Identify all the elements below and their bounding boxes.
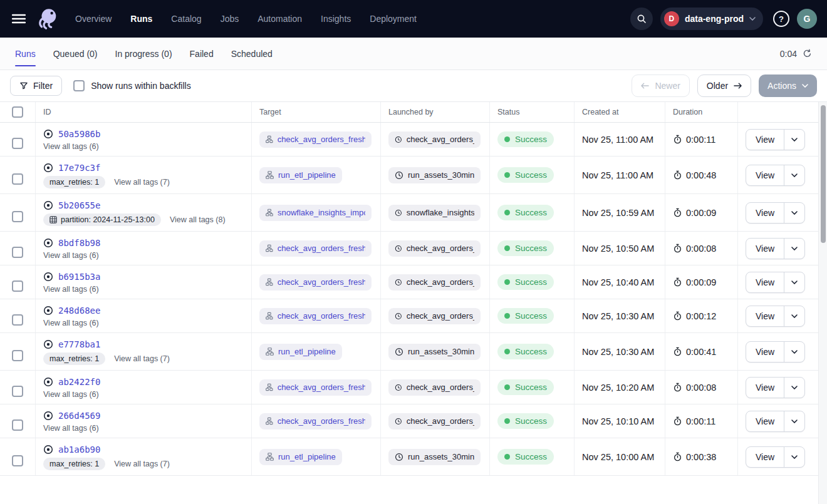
view-all-tags-link[interactable]: View all tags (7) bbox=[114, 354, 170, 363]
help-button[interactable]: ? bbox=[773, 11, 789, 27]
launched-by-pill[interactable]: check_avg_orders_f… bbox=[388, 274, 481, 291]
run-id-link[interactable]: ab2422f0 bbox=[58, 377, 100, 387]
scrollbar-track[interactable] bbox=[818, 102, 827, 504]
run-id-link[interactable]: 248d68ee bbox=[58, 306, 100, 316]
view-dropdown-button[interactable] bbox=[784, 130, 804, 150]
nav-deployment[interactable]: Deployment bbox=[370, 14, 417, 24]
view-dropdown-button[interactable] bbox=[784, 239, 804, 259]
nav-overview[interactable]: Overview bbox=[75, 14, 112, 24]
newer-button[interactable]: Newer bbox=[632, 75, 689, 97]
view-button[interactable]: View bbox=[746, 239, 784, 259]
row-checkbox[interactable] bbox=[12, 280, 23, 292]
target-pill[interactable]: check_avg_orders_freshne bbox=[259, 274, 372, 291]
run-id-link[interactable]: 5b20655e bbox=[58, 200, 100, 210]
view-button[interactable]: View bbox=[746, 378, 784, 398]
target-pill[interactable]: check_avg_orders_freshne bbox=[259, 379, 372, 396]
run-tag-pill[interactable]: max_retries: 1 bbox=[43, 352, 105, 365]
view-all-tags-link[interactable]: View all tags (6) bbox=[43, 285, 99, 294]
run-id-link[interactable]: ab1a6b90 bbox=[58, 445, 100, 455]
tab-in-progress[interactable]: In progress (0) bbox=[115, 38, 172, 69]
view-dropdown-button[interactable] bbox=[784, 342, 804, 362]
view-all-tags-link[interactable]: View all tags (6) bbox=[43, 142, 99, 151]
run-id-link[interactable]: 17e79c3f bbox=[58, 163, 100, 173]
select-all-checkbox[interactable] bbox=[12, 106, 23, 118]
backfills-checkbox[interactable] bbox=[73, 80, 85, 91]
refresh-icon[interactable] bbox=[803, 49, 812, 58]
run-id-link[interactable]: 8bdf8b98 bbox=[58, 238, 100, 248]
filter-button[interactable]: Filter bbox=[10, 76, 62, 96]
view-all-tags-link[interactable]: View all tags (6) bbox=[43, 251, 99, 260]
view-dropdown-button[interactable] bbox=[784, 411, 804, 431]
launched-by-pill[interactable]: run_assets_30min bbox=[388, 449, 481, 465]
run-id-link[interactable]: 266d4569 bbox=[58, 411, 100, 421]
view-all-tags-link[interactable]: View all tags (6) bbox=[43, 424, 99, 433]
view-dropdown-button[interactable] bbox=[784, 203, 804, 223]
view-all-tags-link[interactable]: View all tags (6) bbox=[43, 390, 99, 399]
launched-by-pill[interactable]: check_avg_orders_f… bbox=[388, 131, 481, 148]
row-checkbox[interactable] bbox=[12, 455, 23, 466]
row-checkbox[interactable] bbox=[12, 211, 23, 222]
row-checkbox[interactable] bbox=[12, 419, 23, 431]
view-button[interactable]: View bbox=[746, 272, 784, 292]
hamburger-menu-icon[interactable] bbox=[10, 10, 28, 28]
tab-scheduled[interactable]: Scheduled bbox=[231, 38, 273, 69]
view-all-tags-link[interactable]: View all tags (7) bbox=[114, 460, 170, 468]
target-pill[interactable]: check_avg_orders_freshne bbox=[259, 308, 372, 324]
dagster-logo-icon[interactable] bbox=[35, 6, 60, 31]
run-id-link[interactable]: 50a5986b bbox=[58, 129, 100, 139]
target-pill[interactable]: snowflake_insights_import bbox=[259, 205, 372, 221]
view-all-tags-link[interactable]: View all tags (7) bbox=[114, 178, 170, 187]
target-pill[interactable]: check_avg_orders_freshne bbox=[259, 240, 372, 257]
launched-by-pill[interactable]: check_avg_orders_f… bbox=[388, 413, 481, 429]
row-checkbox[interactable] bbox=[12, 314, 23, 326]
launched-by-pill[interactable]: snowflake_insights_… bbox=[388, 205, 481, 221]
tab-failed[interactable]: Failed bbox=[190, 38, 214, 69]
actions-button[interactable]: Actions bbox=[759, 75, 817, 97]
view-dropdown-button[interactable] bbox=[784, 165, 804, 185]
workspace-switcher[interactable]: D data-eng-prod bbox=[660, 8, 763, 30]
row-checkbox[interactable] bbox=[12, 247, 23, 258]
target-pill[interactable]: run_etl_pipeline bbox=[259, 449, 342, 465]
view-dropdown-button[interactable] bbox=[784, 306, 804, 326]
view-button[interactable]: View bbox=[746, 306, 784, 326]
run-tag-pill[interactable]: partition: 2024-11-25-13:00 bbox=[43, 213, 161, 226]
nav-catalog[interactable]: Catalog bbox=[171, 14, 201, 24]
view-button[interactable]: View bbox=[746, 165, 784, 185]
view-button[interactable]: View bbox=[746, 342, 784, 362]
row-checkbox[interactable] bbox=[12, 386, 23, 397]
target-pill[interactable]: check_avg_orders_freshne bbox=[259, 131, 372, 148]
view-dropdown-button[interactable] bbox=[784, 272, 804, 292]
launched-by-pill[interactable]: check_avg_orders_f… bbox=[388, 240, 481, 257]
row-checkbox[interactable] bbox=[12, 138, 23, 149]
run-id-link[interactable]: b6915b3a bbox=[58, 272, 100, 282]
launched-by-pill[interactable]: check_avg_orders_f… bbox=[388, 379, 481, 396]
target-pill[interactable]: run_etl_pipeline bbox=[259, 344, 342, 360]
nav-automation[interactable]: Automation bbox=[257, 14, 302, 24]
view-all-tags-link[interactable]: View all tags (8) bbox=[170, 215, 226, 224]
view-button[interactable]: View bbox=[746, 203, 784, 223]
launched-by-pill[interactable]: run_assets_30min bbox=[388, 344, 481, 360]
nav-insights[interactable]: Insights bbox=[321, 14, 351, 24]
nav-jobs[interactable]: Jobs bbox=[221, 14, 239, 24]
tab-queued[interactable]: Queued (0) bbox=[53, 38, 98, 69]
target-pill[interactable]: run_etl_pipeline bbox=[259, 167, 342, 183]
older-button[interactable]: Older bbox=[697, 75, 751, 97]
user-avatar[interactable]: G bbox=[797, 9, 817, 29]
view-dropdown-button[interactable] bbox=[784, 447, 804, 467]
view-all-tags-link[interactable]: View all tags (6) bbox=[43, 319, 99, 327]
launched-by-pill[interactable]: check_avg_orders_f… bbox=[388, 308, 481, 324]
search-button[interactable] bbox=[630, 8, 653, 30]
tab-runs[interactable]: Runs bbox=[15, 38, 36, 69]
run-tag-pill[interactable]: max_retries: 1 bbox=[43, 458, 105, 470]
target-pill[interactable]: check_avg_orders_freshne bbox=[259, 413, 372, 429]
scrollbar-thumb[interactable] bbox=[821, 105, 826, 243]
row-checkbox[interactable] bbox=[12, 173, 23, 185]
run-id-link[interactable]: e7778ba1 bbox=[58, 339, 100, 349]
view-button[interactable]: View bbox=[746, 411, 784, 431]
row-checkbox[interactable] bbox=[12, 350, 23, 361]
view-button[interactable]: View bbox=[746, 447, 784, 467]
view-dropdown-button[interactable] bbox=[784, 378, 804, 398]
nav-runs[interactable]: Runs bbox=[130, 14, 152, 24]
launched-by-pill[interactable]: run_assets_30min bbox=[388, 167, 481, 183]
run-tag-pill[interactable]: max_retries: 1 bbox=[43, 176, 105, 188]
